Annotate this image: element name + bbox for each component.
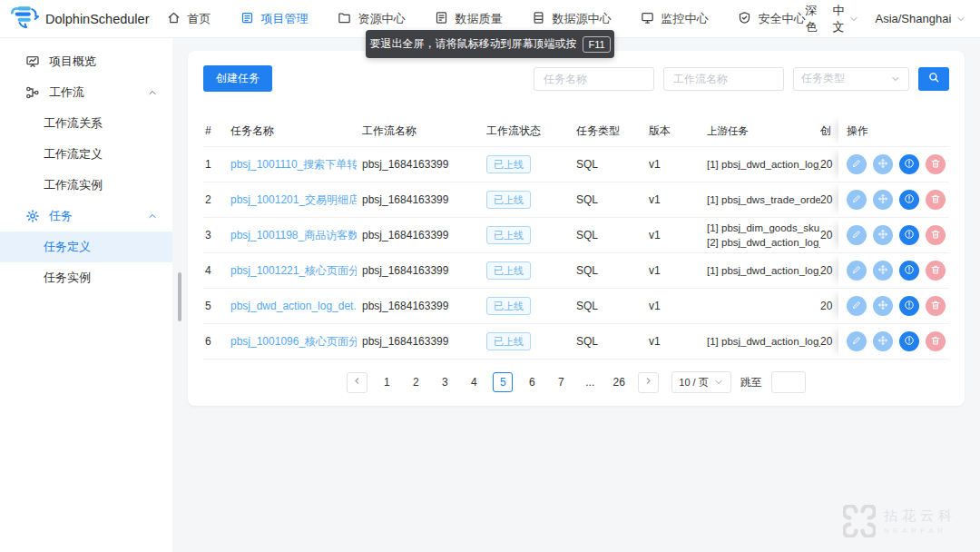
brand[interactable]: DolphinScheduler: [0, 5, 160, 33]
delete-button[interactable]: [926, 296, 946, 316]
prev-page-button[interactable]: [347, 372, 368, 393]
row-index: 5: [203, 289, 230, 323]
move-button[interactable]: [873, 261, 893, 281]
page-number[interactable]: 1: [377, 372, 397, 392]
nav-item-label: 资源中心: [358, 11, 405, 27]
move-button[interactable]: [873, 296, 893, 316]
version-button[interactable]: [899, 190, 919, 210]
workflow-name-cell: pbsj_1684163399: [362, 147, 486, 182]
task-name-link[interactable]: pbsj_1001201_交易明细店...: [230, 192, 357, 208]
nearfar-logo-icon: [843, 505, 876, 537]
nav-item[interactable]: 首页: [167, 11, 211, 27]
version-button[interactable]: [899, 261, 919, 281]
table-row: 1 pbsj_1001110_搜索下单转... pbsj_1684163399 …: [203, 147, 949, 182]
sidebar-item[interactable]: 任务定义: [0, 232, 172, 262]
row-operations: [838, 253, 949, 288]
edit-button[interactable]: [847, 261, 867, 281]
sidebar-item[interactable]: 工作流定义: [0, 139, 172, 170]
trash-icon: [930, 229, 941, 242]
page-number[interactable]: 6: [522, 372, 542, 392]
row-index: 2: [203, 182, 230, 217]
nav-item[interactable]: 项目管理: [240, 11, 308, 27]
edit-button[interactable]: [847, 225, 867, 245]
sidebar-item[interactable]: 工作流实例: [0, 170, 172, 201]
nav-item[interactable]: 安全中心: [738, 11, 805, 27]
sidebar-item-label: 工作流实例: [44, 177, 103, 193]
version-button[interactable]: [899, 331, 919, 351]
task-name-link[interactable]: pbsj_1001198_商品访客数...: [230, 228, 357, 243]
move-button[interactable]: [873, 190, 893, 210]
next-page-button[interactable]: [638, 372, 659, 393]
task-type-select[interactable]: 任务类型: [793, 67, 909, 91]
create-time-cell-clipped: 20: [820, 289, 838, 323]
delete-button[interactable]: [926, 261, 946, 281]
nav-item[interactable]: 资源中心: [338, 11, 405, 27]
task-name-link[interactable]: pbsj_dwd_action_log_det...: [230, 300, 357, 312]
timezone-select[interactable]: Asia/Shanghai: [875, 12, 966, 25]
edit-button[interactable]: [847, 331, 867, 351]
sidebar-item-label: 任务实例: [44, 270, 91, 286]
move-button[interactable]: [873, 225, 893, 245]
scrollbar-thumb[interactable]: [178, 272, 181, 321]
language-select[interactable]: 中文: [832, 3, 859, 35]
exclamation-circle-icon: [904, 300, 915, 313]
chevron-left-icon: [352, 376, 362, 389]
sidebar-item[interactable]: 工作流关系: [0, 108, 172, 139]
task-name-filter-input[interactable]: [534, 67, 654, 91]
edit-button[interactable]: [847, 296, 867, 316]
page-number[interactable]: 2: [406, 372, 426, 392]
page-number[interactable]: 4: [464, 372, 484, 392]
nav-item[interactable]: 监控中心: [641, 11, 708, 27]
nav-item[interactable]: 数据质量: [435, 11, 502, 27]
chevron-down-icon: [890, 74, 901, 84]
sidebar-item[interactable]: 任务实例: [0, 262, 172, 293]
page-number[interactable]: ...: [580, 372, 600, 392]
status-badge: 已上线: [486, 261, 531, 280]
version-button[interactable]: [899, 154, 919, 174]
exclamation-circle-icon: [904, 158, 915, 172]
delete-button[interactable]: [926, 225, 946, 245]
delete-button[interactable]: [926, 331, 946, 351]
trash-icon: [930, 300, 941, 313]
trash-icon: [930, 158, 941, 172]
workflow-name-filter-input[interactable]: [663, 67, 784, 91]
page-number[interactable]: 7: [551, 372, 571, 392]
search-button[interactable]: [918, 67, 949, 91]
delete-button[interactable]: [926, 190, 946, 210]
move-button[interactable]: [873, 331, 893, 351]
trash-icon: [930, 264, 941, 278]
sidebar-item[interactable]: 任务: [0, 201, 172, 232]
chevron-down-icon: [848, 14, 859, 25]
edit-button[interactable]: [847, 190, 867, 210]
trash-icon: [930, 193, 941, 207]
table-row: 3 pbsj_1001198_商品访客数... pbsj_1684163399 …: [203, 218, 949, 253]
jump-page-input[interactable]: [771, 371, 806, 393]
task-name-link[interactable]: pbsj_1001096_核心页面分...: [230, 334, 357, 350]
move-icon: [877, 300, 888, 313]
exclamation-circle-icon: [904, 229, 915, 242]
page-size-select[interactable]: 10 / 页: [671, 371, 730, 393]
page-number[interactable]: 3: [435, 372, 455, 392]
monitor-icon: [641, 11, 654, 27]
nav-item-label: 安全中心: [758, 11, 805, 27]
nav-item-label: 数据源中心: [552, 11, 611, 27]
sidebar-item[interactable]: 工作流: [0, 77, 172, 108]
edit-button[interactable]: [847, 154, 867, 174]
task-name-link[interactable]: pbsj_1001110_搜索下单转...: [230, 157, 357, 172]
move-icon: [877, 193, 888, 207]
version-cell: v1: [649, 182, 707, 217]
delete-button[interactable]: [926, 154, 946, 174]
header-workflow-name: 工作流名称: [362, 115, 486, 146]
move-button[interactable]: [873, 154, 893, 174]
sidebar-item[interactable]: 项目概览: [0, 46, 172, 77]
version-button[interactable]: [899, 225, 919, 245]
page-number[interactable]: 5: [493, 372, 513, 392]
workflow-name-cell: pbsj_1684163399: [362, 218, 486, 252]
page-number[interactable]: 26: [609, 372, 629, 392]
task-name-link[interactable]: pbsj_1001221_核心页面分...: [230, 263, 357, 279]
theme-toggle[interactable]: 深色: [805, 3, 817, 35]
version-button[interactable]: [899, 296, 919, 316]
create-task-button[interactable]: 创建任务: [203, 65, 272, 92]
row-operations: [838, 147, 949, 182]
nav-item[interactable]: 数据源中心: [532, 11, 611, 27]
